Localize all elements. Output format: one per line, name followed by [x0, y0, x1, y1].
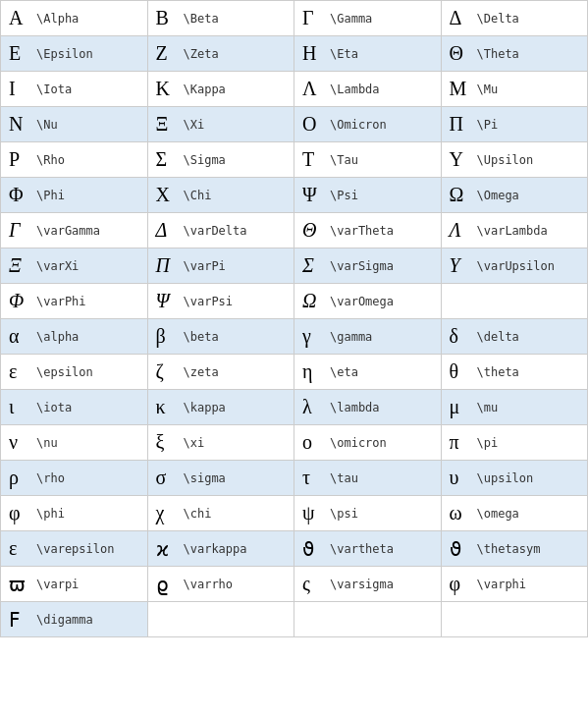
- table-row: Γ\Gamma: [294, 1, 442, 36]
- greek-symbol: Ν: [9, 113, 30, 136]
- table-row: Ψ\Psi: [294, 178, 442, 213]
- greek-symbol: φ: [9, 502, 30, 524]
- latex-command: \delta: [477, 330, 519, 344]
- latex-command: \xi: [184, 436, 205, 450]
- latex-command: \Upsilon: [477, 153, 534, 167]
- latex-command: \beta: [184, 330, 219, 344]
- latex-command: \eta: [330, 365, 358, 379]
- table-row: γ\gamma: [294, 319, 442, 355]
- table-row: υ\upsilon: [442, 461, 589, 496]
- greek-symbol: Ρ: [9, 148, 30, 171]
- table-row: ξ\xi: [148, 425, 295, 461]
- greek-symbol: Α: [9, 7, 30, 29]
- latex-command: \Sigma: [184, 153, 226, 167]
- greek-symbol: ε: [9, 360, 30, 383]
- latex-command: \theta: [477, 365, 519, 379]
- greek-symbol: ϑ: [302, 537, 324, 561]
- greek-symbol: θ: [450, 360, 471, 383]
- table-row: Ζ\Zeta: [148, 36, 295, 72]
- greek-symbol: Ξ: [9, 254, 30, 277]
- greek-symbol: φ: [450, 573, 471, 595]
- latex-command: \Psi: [330, 189, 358, 202]
- table-row: Α\Alpha: [1, 1, 148, 36]
- table-row: Ω\Omega: [442, 178, 589, 213]
- greek-symbol: Λ: [302, 78, 324, 100]
- latex-command: \varTheta: [330, 224, 394, 238]
- latex-command: \varepsilon: [36, 542, 114, 556]
- table-row: Η\Eta: [294, 36, 442, 72]
- latex-command: \alpha: [36, 330, 79, 344]
- greek-symbol: ξ: [156, 431, 178, 454]
- table-row: κ\kappa: [148, 390, 295, 425]
- greek-symbol: Γ: [302, 7, 324, 29]
- latex-command: \iota: [36, 401, 72, 414]
- latex-command: \vartheta: [330, 542, 394, 556]
- table-row: [442, 284, 589, 319]
- greek-symbol: Γ: [9, 219, 30, 242]
- latex-command: \varUpsilon: [477, 259, 555, 273]
- latex-command: \Omega: [477, 189, 519, 202]
- latex-command: \thetasym: [477, 542, 541, 556]
- table-row: φ\varphi: [442, 567, 589, 602]
- latex-command: \varPsi: [184, 295, 234, 308]
- greek-symbol: Μ: [450, 78, 471, 100]
- latex-command: \rho: [36, 471, 65, 485]
- greek-symbol: Υ: [450, 148, 471, 171]
- table-row: ο\omicron: [294, 425, 442, 461]
- table-row: τ\tau: [294, 461, 442, 496]
- greek-symbol: Χ: [156, 184, 178, 206]
- latex-command: \Xi: [184, 118, 205, 132]
- latex-command: \Beta: [184, 12, 219, 26]
- latex-command: \nu: [36, 436, 58, 450]
- table-row: θ\theta: [442, 355, 589, 390]
- latex-command: \omega: [477, 507, 519, 521]
- table-row: Ν\Nu: [1, 107, 148, 142]
- greek-symbol: Κ: [156, 78, 178, 100]
- greek-symbol: Ζ: [156, 42, 178, 65]
- table-row: ϖ\varpi: [1, 567, 148, 602]
- table-row: ϑ\vartheta: [294, 531, 442, 567]
- latex-command: \varLambda: [477, 224, 548, 238]
- table-row: Ξ\Xi: [148, 107, 295, 142]
- latex-command: \epsilon: [36, 365, 93, 379]
- greek-symbol: γ: [302, 325, 324, 348]
- greek-symbol: Ω: [450, 184, 471, 206]
- table-row: ψ\psi: [294, 496, 442, 531]
- greek-symbol: Δ: [156, 219, 178, 242]
- table-row: [148, 602, 295, 637]
- table-row: σ\sigma: [148, 461, 295, 496]
- latex-command: \varsigma: [330, 578, 394, 591]
- greek-symbol: Ψ: [302, 184, 324, 206]
- table-row: μ\mu: [442, 390, 589, 425]
- latex-command: \varOmega: [330, 295, 394, 308]
- latex-command: \Lambda: [330, 83, 380, 96]
- greek-symbol: η: [302, 360, 324, 383]
- table-row: α\alpha: [1, 319, 148, 355]
- greek-symbol: ϱ: [156, 573, 178, 596]
- greek-symbol: ρ: [9, 467, 30, 489]
- latex-command: \mu: [477, 401, 499, 414]
- greek-symbol: μ: [450, 396, 471, 418]
- table-row: ϱ\varrho: [148, 567, 295, 602]
- table-row: Ε\Epsilon: [1, 36, 148, 72]
- latex-command: \Nu: [36, 118, 58, 132]
- table-row: ν\nu: [1, 425, 148, 461]
- greek-symbol: Θ: [450, 42, 471, 65]
- latex-command: \phi: [36, 507, 65, 521]
- table-row: Γ\varGamma: [1, 213, 148, 248]
- latex-command: \varpi: [36, 578, 79, 591]
- table-row: Φ\Phi: [1, 178, 148, 213]
- table-row: ζ\zeta: [148, 355, 295, 390]
- latex-command: \varDelta: [184, 224, 247, 238]
- table-row: Δ\Delta: [442, 1, 589, 36]
- latex-command: \omicron: [330, 436, 387, 450]
- table-row: [294, 602, 442, 637]
- greek-symbol: Β: [156, 7, 178, 29]
- table-row: Ρ\Rho: [1, 142, 148, 178]
- table-row: Ο\Omicron: [294, 107, 442, 142]
- table-row: χ\chi: [148, 496, 295, 531]
- greek-symbol: Π: [450, 113, 471, 136]
- latex-command: \Epsilon: [36, 47, 93, 61]
- latex-command: \psi: [330, 507, 358, 521]
- greek-symbol: λ: [302, 396, 324, 418]
